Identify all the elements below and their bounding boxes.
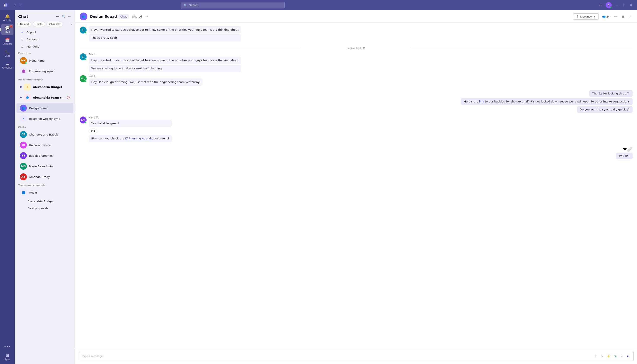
sidebar-item-discover[interactable]: ◇ Discover: [17, 36, 73, 43]
chat-header: 👥 Design Squad Chat Shared + 🎙 Meet now …: [75, 10, 637, 23]
sidebar-item-alex-chat[interactable]: 🔷 Alexandria team chat @: [17, 92, 73, 103]
vnext-avatar: 🟦: [20, 189, 27, 196]
discover-label: Discover: [27, 38, 39, 41]
back-button[interactable]: ‹: [13, 2, 18, 8]
charlotte-name: Charlotte and Babak: [29, 133, 70, 136]
chat-header-info: Design Squad Chat Shared +: [90, 14, 571, 19]
rail-item-calendar[interactable]: 📅 Calendar: [1, 36, 14, 47]
will-sender: Will L.: [89, 75, 202, 78]
layout-button[interactable]: ⊟: [620, 14, 626, 20]
unicorn-avatar: UI: [20, 142, 27, 148]
sidebar-item-charlotte[interactable]: CB Charlotte and Babak: [17, 129, 73, 140]
minimize-button[interactable]: —: [613, 3, 620, 8]
sticker-button[interactable]: ⚡: [605, 354, 612, 359]
attach-button[interactable]: 📎: [612, 354, 619, 359]
sidebar-item-best-proposals[interactable]: Best proposals: [17, 205, 73, 212]
research-info: Research weekly sync: [29, 117, 70, 120]
rail-item-activity[interactable]: 🔔 Activity: [1, 12, 14, 23]
sidebar-item-copilot[interactable]: ✦ Copilot: [17, 29, 73, 36]
self-bubble-1: Thanks for kicking this off!: [589, 90, 633, 97]
compose-tools: 𝐴 ☺ ⚡ 📎 + ➤: [593, 353, 630, 359]
more-options-button[interactable]: •••: [598, 2, 604, 8]
apps-label: Apps: [5, 358, 10, 360]
backlog-link[interactable]: link: [479, 100, 484, 103]
self-emoji: ❤️🩹: [623, 146, 633, 152]
compose-input[interactable]: [82, 354, 592, 358]
eric-sender: Eric I.: [89, 53, 241, 56]
rail-item-chat[interactable]: 💬 Chat 2: [1, 24, 14, 35]
kayo-reaction: ❤️ 1: [89, 128, 172, 133]
activity-icon: 🔔: [5, 14, 10, 18]
amanda-avatar: AB: [20, 173, 27, 180]
mention-icon: @: [67, 96, 70, 99]
chat-tab-chat[interactable]: Chat: [119, 14, 129, 19]
forward-button[interactable]: ›: [19, 2, 23, 8]
nav-buttons: ‹ ›: [13, 2, 23, 8]
sidebar-item-unicorn[interactable]: UI Unicorn invoice: [17, 140, 73, 150]
messages-area: EI Hey, I wanted to start this chat to g…: [75, 23, 637, 348]
alex-budget-ch-name: Alexandria Budget: [28, 200, 70, 203]
eric-bubble-2: We are starting to do intake for next ha…: [89, 65, 241, 72]
sidebar-item-design-squad[interactable]: 👥 Design Squad: [17, 103, 73, 113]
add-tab-button[interactable]: +: [145, 14, 149, 19]
search-input[interactable]: [189, 4, 282, 7]
amanda-info: Amanda Brady: [29, 175, 70, 178]
best-proposals-name: Best proposals: [28, 207, 70, 210]
babak-info: Babak Shammas: [29, 154, 70, 157]
sidebar-item-research[interactable]: 🔹 Research weekly sync: [17, 114, 73, 124]
lt-planning-link[interactable]: LT Planning Agenda: [125, 137, 153, 140]
calendar-label: Calendar: [3, 43, 12, 45]
close-button[interactable]: ✕: [628, 3, 634, 8]
window-controls: — □ ✕: [613, 3, 634, 8]
sidebar-item-vnext[interactable]: 🟦 vNext: [17, 188, 73, 198]
teams-label: Teams and channels: [15, 182, 75, 187]
mona-name: Mona Kane: [29, 59, 70, 62]
activity-label: Activity: [3, 19, 11, 22]
sidebar-item-alex-budget-ch[interactable]: Alexandria Budget: [17, 198, 73, 205]
participants-button[interactable]: 👥 24: [600, 14, 611, 20]
sidebar-search-button[interactable]: 🔍: [61, 14, 66, 19]
filter-tab-unread[interactable]: Unread: [17, 22, 31, 27]
chat-more-button[interactable]: •••: [613, 14, 619, 20]
rail-more-button[interactable]: •••: [2, 342, 13, 350]
rail-item-apps[interactable]: ⊞ Apps: [1, 351, 14, 362]
alex-chat-info: Alexandria team chat: [33, 96, 65, 99]
emoji-button[interactable]: ☺: [599, 354, 604, 359]
send-button[interactable]: ➤: [625, 353, 630, 359]
sidebar-item-amanda[interactable]: AB Amanda Brady: [17, 172, 73, 182]
design-squad-avatar: 👥: [20, 104, 27, 112]
rail-item-calls[interactable]: 📞 Calls: [1, 48, 14, 59]
sidebar-edit-button[interactable]: ✏: [67, 14, 72, 19]
will-bubbles: Hey Daniela, great timing! We just met w…: [89, 78, 202, 86]
search-bar[interactable]: 🔍: [181, 2, 284, 8]
filter-tab-channels[interactable]: Channels: [47, 22, 63, 27]
sidebar-item-babak[interactable]: BS Babak Shammas: [17, 150, 73, 161]
user-avatar[interactable]: D: [606, 2, 612, 8]
sidebar-item-engineering[interactable]: 🟣 Engineering squad: [17, 66, 73, 76]
meet-now-button[interactable]: 🎙 Meet now ∨: [573, 14, 598, 20]
sidebar-item-mona[interactable]: MK Mona Kane: [17, 55, 73, 66]
chat-tab-shared[interactable]: Shared: [130, 14, 144, 19]
message-group-will: WL Will L. Hey Daniela, great timing! We…: [80, 75, 633, 86]
rail-item-onedrive[interactable]: ☁ OneDrive: [1, 60, 14, 71]
filter-expand-button[interactable]: ∨: [71, 23, 73, 26]
filter-tab-chats[interactable]: Chats: [33, 22, 45, 27]
heart-reaction[interactable]: ❤️ 1: [89, 129, 97, 133]
kayo-bubbles: Yes that'd be great! ❤️ 1 Btw, can you c…: [89, 120, 172, 142]
sidebar-item-mentions[interactable]: ⊙ Mentions: [17, 43, 73, 50]
babak-name: Babak Shammas: [29, 154, 70, 157]
msg-online-1: [85, 32, 87, 34]
alexandria-label: Alexandria Project: [15, 76, 75, 82]
sidebar-more-button[interactable]: •••: [55, 14, 60, 19]
mentions-label: Mentions: [27, 45, 39, 48]
sidebar-item-alex-budget[interactable]: 🔸 Alexandria Budget: [17, 82, 73, 92]
kayo-bubble-1: Yes that'd be great!: [89, 120, 172, 127]
expand-button[interactable]: ⤢: [627, 14, 633, 20]
format-button[interactable]: 𝐴: [593, 354, 598, 359]
more-compose-button[interactable]: +: [620, 354, 624, 359]
active-indicator: [1, 28, 1, 31]
maximize-button[interactable]: □: [621, 3, 627, 8]
sidebar-item-marie[interactable]: MB Marie Beaudouin: [17, 161, 73, 172]
title-bar-right: ••• D — □ ✕: [598, 2, 634, 8]
teams-logo: T: [3, 2, 10, 9]
